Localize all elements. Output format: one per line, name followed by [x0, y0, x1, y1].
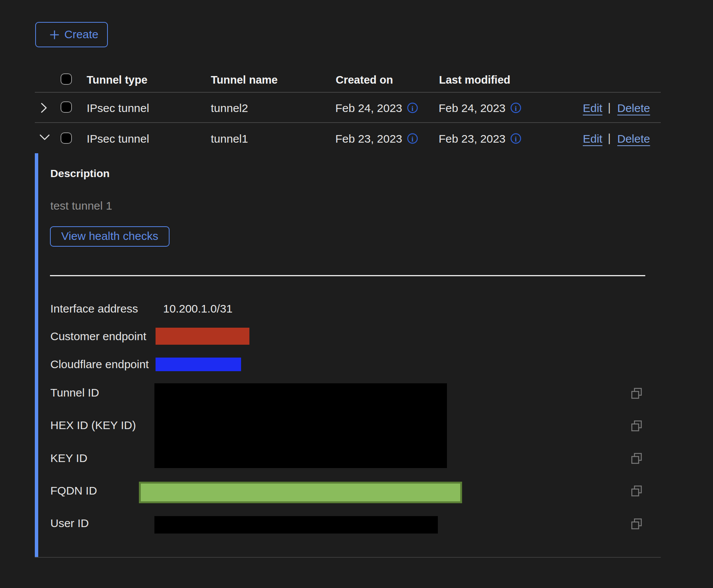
svg-text:i: i	[515, 104, 517, 112]
svg-text:i: i	[411, 135, 413, 143]
svg-text:i: i	[515, 135, 517, 143]
svg-text:i: i	[411, 104, 413, 112]
